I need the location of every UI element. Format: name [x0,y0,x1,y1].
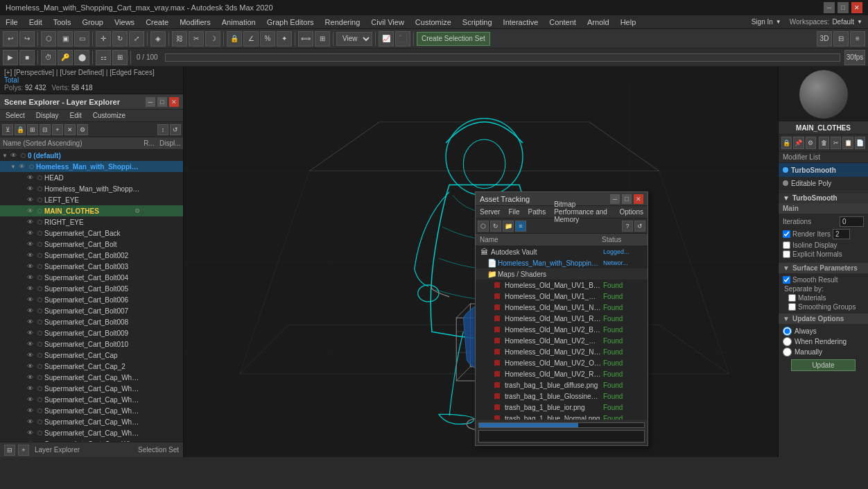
render-visibility-icon[interactable]: ⬡ [35,330,44,336]
expand-icon[interactable]: ▼ [1,153,8,159]
asset-item[interactable]: Homeless_Old_Man_UV2_Normal.pngFound [476,346,648,357]
render-visibility-icon[interactable]: ⬡ [35,275,44,281]
scene-item[interactable]: 👁⬡Supermarket_Cart_Cap_Wheel003 [0,416,183,427]
rp-paste-btn[interactable]: 📄 [855,137,865,149]
aw-maximize-btn[interactable]: □ [622,194,632,204]
aw-server-menu[interactable]: Server [476,207,504,217]
asset-item[interactable]: Homeless_Old_Man_UV1_Normal.pngFound [476,302,648,313]
visibility-icon[interactable]: 👁 [8,152,18,159]
item-settings-icon[interactable]: ⚙ [134,207,140,214]
render-iters-input[interactable] [833,229,850,239]
smoothing-groups-checkbox[interactable] [788,303,796,311]
menu-tools[interactable]: Tools [48,17,77,28]
scene-item[interactable]: 👁⬡Supermarket_Cart_Cap_Wheel000 [0,383,183,394]
iterations-input[interactable] [840,216,864,227]
mirror-button[interactable]: ⟺ [298,31,313,46]
create-selection-set-button[interactable]: Create Selection Set [417,32,490,46]
render-visibility-icon[interactable]: ⬡ [35,319,44,325]
visibility-icon[interactable]: 👁 [25,185,35,192]
menu-arnold[interactable]: Arnold [582,17,615,28]
scene-item[interactable]: 👁⬡Supermarket_Cart_Bolt005 [0,283,183,294]
workspace-dropdown-icon[interactable]: ▼ [857,19,862,25]
spinner-snap[interactable]: ✦ [277,31,292,46]
visibility-icon[interactable]: 👁 [25,263,35,270]
asset-item[interactable]: Homeless_Old_Man_UV2_Metallic.pngFound [476,335,648,346]
minimize-button[interactable]: ─ [824,2,835,13]
menu-file[interactable]: File [0,17,24,28]
percent-snap[interactable]: % [260,31,275,46]
scene-item[interactable]: 👁⬡Supermarket_Cart_Bolt003 [0,261,183,272]
play-button[interactable]: ▶ [3,50,18,65]
grid-btn[interactable]: ⊞ [112,50,128,65]
redo-button[interactable]: ↪ [19,31,35,46]
materials-checkbox[interactable] [788,294,796,302]
menu-content[interactable]: Content [544,17,582,28]
visibility-icon[interactable]: 👁 [25,241,35,248]
scene-item[interactable]: 👁⬡Supermarket_Cart_Cap_2 [0,361,183,372]
se-lock-btn[interactable]: 🔒 [15,124,26,135]
menu-civil-view[interactable]: Civil View [365,17,409,28]
se-bottom-btn1[interactable]: ⊟ [4,445,15,456]
menu-animation[interactable]: Animation [216,17,261,28]
rp-cut-btn[interactable]: ✂ [831,137,841,149]
visibility-icon[interactable]: 👁 [25,318,35,325]
render-setup-dropdown[interactable]: View [336,32,372,46]
render-visibility-icon[interactable]: ⬡ [35,175,44,181]
menu-group[interactable]: Group [76,17,109,28]
menu-modifiers[interactable]: Modifiers [174,17,216,28]
scene-item[interactable]: 👁⬡LEFT_EYE [0,194,183,205]
aw-paths-menu[interactable]: Paths [524,207,550,217]
menu-interactive[interactable]: Interactive [498,17,544,28]
render-visibility-icon[interactable]: ⬡ [35,419,44,425]
visibility-icon[interactable]: 👁 [25,285,35,292]
render-visibility-icon[interactable]: ⬡ [35,397,44,403]
scene-item[interactable]: ▼👁⬡0 (default) [0,150,183,161]
scene-item[interactable]: 👁⬡Supermarket_Cart_Bolt008 [0,316,183,327]
visibility-icon[interactable]: 👁 [25,374,35,381]
asset-item[interactable]: trash_bag_1_blue_ior.pngFound [476,402,648,413]
turbosmooth-section-header[interactable]: ▼ TurboSmooth [779,193,868,203]
visibility-icon[interactable]: 👁 [17,163,26,170]
menu-create[interactable]: Create [140,17,174,28]
timeline-btn[interactable]: ⏱ [41,50,56,65]
scene-item[interactable]: 👁⬡Supermarket_Cart_Bolt002 [0,250,183,261]
menu-graph-editors[interactable]: Graph Editors [261,17,320,28]
visibility-icon[interactable]: 👁 [25,418,35,425]
snap-toggle[interactable]: 🔒 [227,31,242,46]
menu-customize[interactable]: Customize [410,17,457,28]
scene-item[interactable]: 👁⬡Supermarket_Cart_Bolt [0,239,183,250]
render-visibility-icon[interactable]: ⬡ [35,208,44,214]
rect-select-button[interactable]: ▭ [74,31,89,46]
se-settings-btn[interactable]: ⚙ [77,124,88,135]
render-visibility-icon[interactable]: ⬡ [26,164,36,170]
curve-editor-button[interactable]: 📈 [379,31,394,46]
aw-file-menu[interactable]: File [504,207,523,217]
se-delete-btn[interactable]: ✕ [64,124,76,135]
select-button[interactable]: ⬡ [41,31,56,46]
update-options-section[interactable]: ▼ Update Options [779,314,868,324]
se-select-menu[interactable]: Select [0,110,31,121]
isoline-checkbox[interactable] [783,241,790,249]
link-button[interactable]: ⛓ [172,31,187,46]
schematic-button[interactable]: ⬛ [395,31,410,46]
se-edit-menu[interactable]: Edit [64,110,87,121]
menu-views[interactable]: Views [109,17,140,28]
auto-key-btn[interactable]: ⬤ [74,50,89,65]
menu-rendering[interactable]: Rendering [320,17,366,28]
scene-item[interactable]: 👁⬡RIGHT_EYE [0,216,183,228]
render-visibility-icon[interactable]: ⬡ [35,430,44,436]
always-radio[interactable]: Always [783,327,864,336]
visibility-icon[interactable]: 👁 [25,307,35,314]
visibility-icon[interactable]: 👁 [25,174,35,181]
asset-item[interactable]: Homeless_Old_Man_UV2_BaseColor.pngFound [476,324,648,335]
render-visibility-icon[interactable]: ⬡ [35,308,44,314]
unlink-button[interactable]: ✂ [189,31,204,46]
rp-pin-btn[interactable]: 📌 [793,137,804,149]
render-visibility-icon[interactable]: ⬡ [35,230,44,237]
visibility-icon[interactable]: 👁 [25,363,35,370]
asset-tracking-list[interactable]: 🏛Autodesk VaultLogged...📄Homeless_Man_wi… [476,246,648,420]
se-display-menu[interactable]: Display [31,110,64,121]
menu-edit[interactable]: Edit [24,17,48,28]
aw-tb-btn1[interactable]: ⬡ [478,221,489,232]
surface-params-section[interactable]: ▼ Surface Parameters [779,263,868,273]
